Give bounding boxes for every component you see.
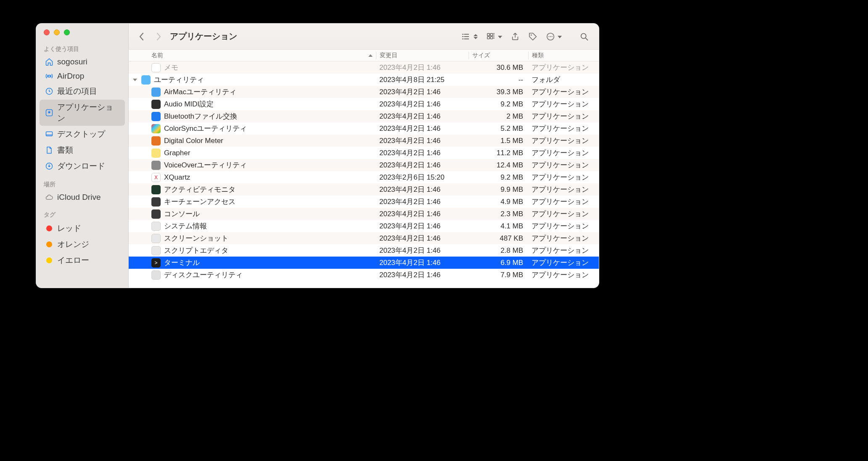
column-name[interactable]: 名前: [129, 52, 376, 59]
sidebar-item-recents[interactable]: 最近の項目: [40, 84, 125, 99]
svg-rect-3: [46, 132, 53, 136]
table-row[interactable]: スクリプトエディタ2023年4月2日 1:462.8 MBアプリケーション: [129, 244, 599, 257]
column-date[interactable]: 変更日: [376, 52, 468, 59]
table-row[interactable]: メモ2023年4月2日 1:4630.6 MBアプリケーション: [129, 61, 599, 74]
file-date: 2023年4月2日 1:46: [376, 63, 468, 72]
column-name-label: 名前: [151, 52, 163, 59]
file-kind: アプリケーション: [528, 185, 599, 194]
back-button[interactable]: [135, 30, 149, 43]
table-row[interactable]: >ターミナル2023年4月2日 1:466.9 MBアプリケーション: [129, 257, 599, 269]
file-name: コンソール: [164, 209, 200, 219]
file-size: 1.5 MB: [468, 137, 528, 145]
file-size: 487 KB: [468, 234, 528, 243]
forward-button[interactable]: [151, 30, 166, 43]
sidebar-tag-yellow[interactable]: イエロー: [40, 253, 125, 268]
file-name: アクティビティモニタ: [164, 185, 236, 194]
svg-point-9: [531, 34, 532, 35]
file-icon: >: [151, 258, 161, 268]
file-size: 2.3 MB: [468, 210, 528, 218]
action-button[interactable]: [546, 30, 562, 43]
column-size[interactable]: サイズ: [468, 52, 528, 59]
table-row[interactable]: XXQuartz2023年2月6日 15:209.2 MBアプリケーション: [129, 171, 599, 183]
table-row[interactable]: ディスクユーティリティ2023年4月2日 1:467.9 MBアプリケーション: [129, 269, 599, 281]
sidebar-item-label: アプリケーション: [57, 102, 120, 124]
sidebar-tag-orange[interactable]: オレンジ: [40, 237, 125, 252]
file-name: ユーティリティ: [154, 75, 204, 85]
sidebar-item-home[interactable]: sogosuri: [40, 55, 125, 69]
view-mode-button[interactable]: [461, 30, 478, 43]
clock-icon: [45, 87, 54, 96]
group-button[interactable]: [486, 30, 502, 43]
svg-point-0: [48, 75, 50, 77]
file-date: 2023年4月2日 1:46: [376, 233, 468, 243]
file-size: 9.2 MB: [468, 173, 528, 182]
sidebar-item-label: イエロー: [57, 255, 89, 266]
file-icon: [151, 185, 161, 194]
document-icon: [45, 146, 54, 155]
grid-icon: [486, 32, 495, 41]
table-row[interactable]: スクリーンショット2023年4月2日 1:46487 KBアプリケーション: [129, 232, 599, 244]
file-name: ターミナル: [164, 258, 200, 268]
column-size-label: サイズ: [472, 52, 490, 58]
file-icon: [151, 246, 161, 255]
table-row[interactable]: システム情報2023年4月2日 1:464.1 MBアプリケーション: [129, 220, 599, 232]
table-row[interactable]: ユーティリティ2023年4月8日 21:25--フォルダ: [129, 74, 599, 86]
search-button[interactable]: [580, 30, 589, 43]
file-icon: [151, 124, 161, 133]
table-row[interactable]: Digital Color Meter2023年4月2日 1:461.5 MBア…: [129, 135, 599, 147]
file-date: 2023年4月2日 1:46: [376, 258, 468, 268]
table-row[interactable]: キーチェーンアクセス2023年4月2日 1:464.9 MBアプリケーション: [129, 196, 599, 208]
table-row[interactable]: ColorSyncユーティリティ2023年4月2日 1:465.2 MBアプリケ…: [129, 122, 599, 135]
sidebar-item-icloud[interactable]: iCloud Drive: [40, 191, 125, 204]
main-content: アプリケーション: [129, 24, 599, 288]
table-row[interactable]: アクティビティモニタ2023年4月2日 1:469.9 MBアプリケーション: [129, 183, 599, 196]
tags-button[interactable]: [528, 30, 537, 43]
svg-point-14: [581, 33, 586, 38]
table-row[interactable]: コンソール2023年4月2日 1:462.3 MBアプリケーション: [129, 208, 599, 220]
table-row[interactable]: VoiceOverユーティリティ2023年4月2日 1:4612.4 MBアプリ…: [129, 159, 599, 171]
column-kind[interactable]: 種類: [528, 52, 599, 59]
file-date: 2023年4月2日 1:46: [376, 160, 468, 170]
file-date: 2023年4月2日 1:46: [376, 209, 468, 219]
close-icon[interactable]: [44, 29, 50, 35]
file-kind: アプリケーション: [528, 87, 599, 97]
file-kind: アプリケーション: [528, 233, 599, 243]
sidebar-item-airdrop[interactable]: AirDrop: [40, 69, 125, 83]
file-icon: [151, 112, 161, 121]
ellipsis-circle-icon: [546, 32, 555, 41]
minimize-icon[interactable]: [54, 29, 60, 35]
file-name: Audio MIDI設定: [164, 99, 214, 109]
sidebar-item-documents[interactable]: 書類: [40, 143, 125, 158]
file-size: 4.9 MB: [468, 198, 528, 206]
sidebar-item-applications[interactable]: アプリケーション: [40, 100, 125, 126]
file-icon: [151, 270, 161, 280]
file-date: 2023年4月2日 1:46: [376, 136, 468, 146]
table-row[interactable]: AirMacユーティリティ2023年4月2日 1:4639.3 MBアプリケーシ…: [129, 86, 599, 98]
disclosure-toggle[interactable]: [129, 79, 141, 81]
file-size: 7.9 MB: [468, 271, 528, 279]
window-title: アプリケーション: [170, 31, 237, 42]
zoom-icon[interactable]: [64, 29, 70, 35]
chevron-down-icon: [498, 36, 502, 38]
sidebar-item-label: ダウンロード: [57, 161, 105, 172]
file-date: 2023年4月8日 21:25: [376, 75, 468, 85]
chevron-left-icon: [139, 32, 145, 41]
svg-rect-5: [487, 33, 490, 36]
file-list[interactable]: メモ2023年4月2日 1:4630.6 MBアプリケーションユーティリティ20…: [129, 61, 599, 288]
tag-icon: [528, 32, 537, 41]
sidebar-item-desktop[interactable]: デスクトップ: [40, 127, 125, 142]
table-row[interactable]: Bluetoothファイル交換2023年4月2日 1:462 MBアプリケーショ…: [129, 110, 599, 122]
table-row[interactable]: Grapher2023年4月2日 1:4611.2 MBアプリケーション: [129, 147, 599, 159]
house-icon: [45, 57, 54, 66]
file-icon: [151, 100, 161, 109]
sidebar-item-downloads[interactable]: ダウンロード: [40, 159, 125, 174]
table-row[interactable]: Audio MIDI設定2023年4月2日 1:469.2 MBアプリケーション: [129, 98, 599, 110]
file-date: 2023年4月2日 1:46: [376, 246, 468, 255]
file-kind: アプリケーション: [528, 63, 599, 72]
file-name: Grapher: [164, 149, 190, 157]
share-button[interactable]: [511, 30, 520, 43]
file-name: Digital Color Meter: [164, 137, 223, 145]
file-size: --: [468, 76, 528, 84]
file-icon: [151, 87, 161, 97]
sidebar-tag-red[interactable]: レッド: [40, 221, 125, 236]
